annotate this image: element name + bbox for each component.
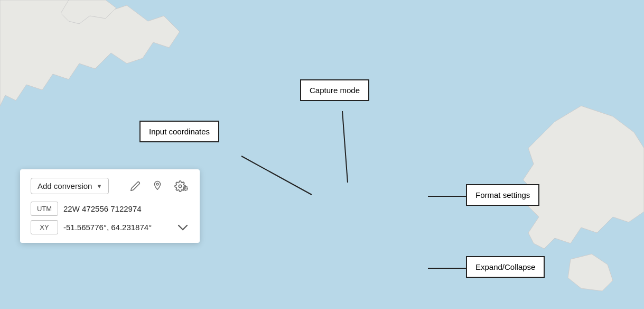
toolbar-icons bbox=[129, 179, 189, 193]
add-conversion-label: Add conversion bbox=[38, 181, 92, 190]
capture-mode-callout: Capture mode bbox=[300, 79, 369, 101]
map-svg bbox=[0, 0, 644, 309]
chevron-down-icon: ▼ bbox=[96, 183, 102, 189]
xy-label: XY bbox=[31, 220, 58, 234]
pencil-icon bbox=[130, 181, 141, 192]
svg-point-5 bbox=[179, 185, 182, 188]
xy-row: XY -51.565776°, 64.231874° bbox=[31, 220, 189, 234]
edit-icon-button[interactable] bbox=[129, 180, 142, 193]
expand-collapse-callout: Expand/Collapse bbox=[466, 256, 545, 278]
format-settings-callout: Format settings bbox=[466, 184, 539, 206]
coordinate-panel: Add conversion ▼ bbox=[20, 169, 200, 243]
format-settings-button[interactable] bbox=[173, 179, 189, 193]
expand-collapse-button[interactable] bbox=[176, 223, 189, 232]
utm-row: UTM 22W 472556 7122974 bbox=[31, 202, 189, 216]
xy-value: -51.565776°, 64.231874° bbox=[63, 223, 152, 232]
add-conversion-button[interactable]: Add conversion ▼ bbox=[31, 178, 109, 194]
svg-point-4 bbox=[156, 183, 158, 185]
svg-point-6 bbox=[185, 187, 186, 189]
input-coordinates-callout: Input coordinates bbox=[139, 121, 219, 142]
capture-mode-button[interactable] bbox=[151, 179, 164, 193]
panel-toolbar: Add conversion ▼ bbox=[31, 178, 189, 194]
chevron-down-icon bbox=[178, 224, 188, 231]
xy-row-wrapper: XY -51.565776°, 64.231874° bbox=[31, 220, 189, 234]
utm-value: 22W 472556 7122974 bbox=[63, 204, 142, 213]
pin-icon bbox=[152, 180, 163, 192]
utm-label: UTM bbox=[31, 202, 58, 216]
sub-gear-icon bbox=[183, 186, 188, 191]
